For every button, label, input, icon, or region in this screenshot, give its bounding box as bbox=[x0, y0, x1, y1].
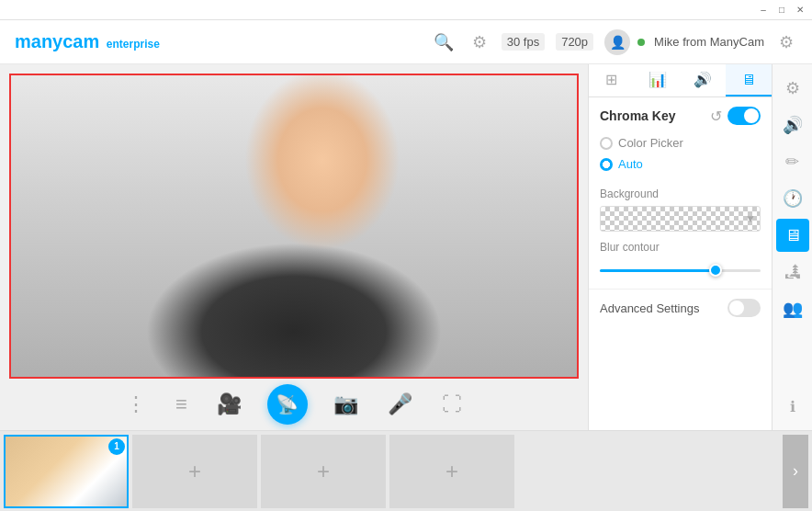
person-image bbox=[11, 75, 577, 377]
close-button[interactable]: ✕ bbox=[792, 2, 808, 18]
add-source-2[interactable]: + bbox=[261, 435, 386, 508]
blur-slider[interactable] bbox=[600, 261, 761, 279]
tab-screen[interactable]: 🖥 bbox=[726, 64, 772, 97]
bottom-controls: ⋮ ≡ 🎥 📡 📷 🎤 ⛶ bbox=[9, 379, 579, 430]
user-section: 👤 Mike from ManyCam bbox=[604, 29, 764, 55]
color-picker-label: Color Picker bbox=[618, 136, 683, 150]
background-label: Background bbox=[600, 187, 761, 200]
minimize-button[interactable]: – bbox=[755, 2, 772, 18]
color-picker-row: Color Picker bbox=[600, 136, 761, 150]
panel-tabs: ⊞ 📊 🔊 🖥 bbox=[589, 64, 772, 97]
side-audio-icon[interactable]: 🔊 bbox=[776, 108, 809, 142]
blur-section: Blur contour bbox=[589, 241, 772, 289]
top-gear-icon[interactable]: ⚙ bbox=[775, 28, 797, 56]
blur-label: Blur contour bbox=[600, 241, 761, 254]
side-image-icon[interactable]: 🏞 bbox=[776, 255, 809, 289]
menu-button[interactable]: ≡ bbox=[172, 389, 191, 420]
chroma-section: Chroma Key ↺ Color Picker Auto bbox=[589, 97, 772, 187]
filmstrip-next-arrow[interactable]: › bbox=[783, 435, 808, 508]
video-frame bbox=[9, 74, 579, 379]
background-picker[interactable]: ▼ bbox=[600, 206, 761, 232]
chroma-title: Chroma Key bbox=[600, 108, 710, 123]
zoom-icon[interactable]: 🔍 bbox=[430, 28, 457, 56]
content-area: manycam enterprise 🔍 ⚙ 30 fps 720p 👤 Mik… bbox=[0, 20, 812, 511]
video-button[interactable]: 🎥 bbox=[213, 389, 245, 420]
blur-thumb[interactable] bbox=[709, 264, 722, 277]
side-history-icon[interactable]: 🕐 bbox=[776, 182, 809, 215]
chroma-header: Chroma Key ↺ bbox=[600, 107, 761, 125]
resolution-badge: 720p bbox=[556, 33, 593, 51]
side-screen-icon[interactable]: 🖥 bbox=[776, 219, 809, 252]
settings-icon[interactable]: ⚙ bbox=[468, 28, 491, 56]
side-icons: ⚙ 🔊 ✏ 🕐 🖥 🏞 👥 ℹ bbox=[772, 64, 812, 430]
maximize-button[interactable]: □ bbox=[773, 2, 790, 18]
dots-button[interactable]: ⋮ bbox=[122, 389, 150, 420]
top-bar: manycam enterprise 🔍 ⚙ 30 fps 720p 👤 Mik… bbox=[0, 20, 812, 64]
chroma-reset-icon[interactable]: ↺ bbox=[710, 108, 722, 125]
user-avatar: 👤 bbox=[604, 29, 630, 55]
side-draw-icon[interactable]: ✏ bbox=[776, 145, 809, 178]
auto-row: Auto bbox=[600, 157, 761, 171]
user-name: Mike from ManyCam bbox=[654, 35, 764, 49]
advanced-toggle[interactable] bbox=[727, 299, 761, 317]
title-bar: – □ ✕ bbox=[0, 0, 812, 20]
video-container: ⋮ ≡ 🎥 📡 📷 🎤 ⛶ bbox=[0, 64, 588, 430]
online-indicator bbox=[637, 39, 645, 46]
video-preview bbox=[11, 75, 577, 377]
logo-enterprise: enterprise bbox=[107, 38, 160, 51]
color-picker-radio[interactable] bbox=[600, 137, 613, 150]
camera-button[interactable]: 📷 bbox=[330, 389, 362, 420]
blur-fill bbox=[600, 269, 716, 272]
mic-button[interactable]: 🎤 bbox=[384, 389, 416, 420]
advanced-title: Advanced Settings bbox=[600, 301, 727, 315]
background-section: Background ▼ bbox=[589, 187, 772, 241]
auto-label: Auto bbox=[618, 157, 643, 171]
tab-stats[interactable]: 📊 bbox=[635, 64, 681, 97]
auto-radio[interactable] bbox=[600, 158, 613, 171]
main-row: manycam enterprise 🔍 ⚙ 30 fps 720p 👤 Mik… bbox=[0, 20, 812, 511]
add-source-3[interactable]: + bbox=[389, 435, 514, 508]
bg-dropdown-icon: ▼ bbox=[745, 212, 756, 225]
add-source-1[interactable]: + bbox=[132, 435, 257, 508]
right-panel: ⊞ 📊 🔊 🖥 Chroma Key ↺ Color Picke bbox=[588, 64, 772, 430]
thumbnail-badge: 1 bbox=[108, 438, 125, 455]
chroma-toggle[interactable] bbox=[727, 107, 761, 125]
tab-grid[interactable]: ⊞ bbox=[589, 64, 635, 97]
broadcast-button[interactable]: 📡 bbox=[267, 384, 308, 425]
logo-many: many bbox=[15, 31, 62, 51]
filmstrip: 1 + + + › bbox=[0, 430, 812, 511]
side-info-icon[interactable]: ℹ bbox=[776, 390, 809, 423]
advanced-section: Advanced Settings bbox=[589, 289, 772, 326]
fps-badge: 30 fps bbox=[502, 33, 545, 51]
logo: manycam enterprise bbox=[15, 31, 160, 52]
fullscreen-button[interactable]: ⛶ bbox=[438, 389, 466, 420]
tab-audio[interactable]: 🔊 bbox=[681, 64, 727, 97]
logo-cam: cam bbox=[62, 31, 99, 51]
video-panel-row: ⋮ ≡ 🎥 📡 📷 🎤 ⛶ ⊞ 📊 🔊 🖥 bbox=[0, 64, 812, 430]
active-thumbnail[interactable]: 1 bbox=[4, 435, 129, 508]
side-settings-icon[interactable]: ⚙ bbox=[776, 72, 809, 105]
side-users-icon[interactable]: 👥 bbox=[776, 292, 809, 325]
